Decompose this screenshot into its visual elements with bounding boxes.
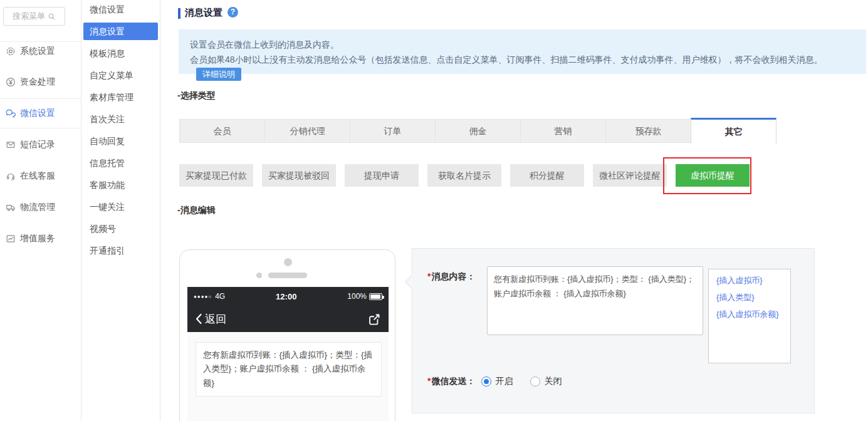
type-tabbar: 会员 分销代理 订单 佣金 营销 预存款 其它 [179,119,776,144]
gear-icon [6,46,16,56]
tab-order[interactable]: 订单 [350,119,436,143]
radio-off[interactable]: 关闭 [530,376,562,387]
subtype-virtual-currency-reminder[interactable]: 虚拟币提醒 [676,164,750,187]
sidebar-item-online-service[interactable]: 在线客服 [0,169,81,183]
subtype-button-row: 买家提现已付款 买家提现被驳回 提现申请 获取名片提示 积分提醒 微社区评论提醒… [179,164,750,187]
wechat-send-row: *微信发送： 开启 关闭 [427,376,562,387]
submenu-item-video-account[interactable]: 视频号 [83,220,158,237]
phone-sensor-dot [256,273,262,278]
submenu-item-message-settings[interactable]: 消息设置 [83,23,158,40]
sidebar-divider [0,41,81,42]
truck-icon [6,202,16,212]
tab-other[interactable]: 其它 [691,118,776,144]
tab-member[interactable]: 会员 [179,119,265,143]
submenu-item-custom-menu[interactable]: 自定义菜单 [83,66,158,84]
content-label: *消息内容： [427,271,475,283]
insert-virtual-currency-balance-link[interactable]: {插入虚拟币余额} [716,309,783,320]
tab-distribution-agent[interactable]: 分销代理 [264,119,350,143]
sidebar-item-label: 短信记录 [20,139,55,150]
notice-line1: 设置会员在微信上收到的消息及内容。 [190,37,855,52]
phone-header: ●●●●○ 4G 12:00 100% 返回 [187,287,389,332]
submenu-item-wechat-settings[interactable]: 微信设置 [83,1,158,18]
submenu-item-material-library[interactable]: 素材库管理 [83,88,158,106]
sidebar-item-value-added[interactable]: 增值服务 [0,232,81,246]
radio-on-label: 开启 [495,376,513,387]
subtype-buyer-withdraw-rejected[interactable]: 买家提现被驳回 [262,164,336,187]
sidebar-item-label: 系统设置 [20,46,55,57]
sidebar-divider [0,128,81,128]
back-button[interactable]: 返回 [195,312,226,326]
battery-percent: 100% [347,292,367,301]
share-icon[interactable] [368,313,381,326]
subtype-points-reminder[interactable]: 积分提醒 [510,164,584,187]
sidebar-item-sms-records[interactable]: 短信记录 [0,138,81,152]
panel-pointer [405,275,419,289]
section-heading-message-edit: -消息编辑 [177,205,216,216]
notice-box: 设置会员在微信上收到的消息及内容。 会员如果48小时以上没有主动发消息给公众号（… [179,29,866,74]
sidebar-item-label: 物流管理 [20,202,55,213]
submenu-item-one-key-follow[interactable]: 一键关注 [83,198,158,216]
battery-icon [369,293,382,300]
submenu-item-auto-reply[interactable]: 自动回复 [83,132,158,150]
tab-commission[interactable]: 佣金 [435,119,521,143]
battery-group: 100% [347,292,382,301]
phone-camera-dot [284,258,292,266]
sidebar-item-label: 在线客服 [20,170,55,182]
wechat-submenu: 微信设置 消息设置 模板消息 自定义菜单 素材库管理 首次关注 自动回复 信息托… [81,0,160,421]
message-edit-panel: *消息内容： 您有新虚拟币到账：{插入虚拟币}；类型： {插入类型}；账户虚拟币… [412,248,815,413]
network-label: 4G [215,292,225,301]
page-title: 消息设置 [185,7,222,19]
tab-prestore[interactable]: 预存款 [605,119,691,143]
magnifier-icon [48,13,56,21]
sidebar-divider [0,98,81,99]
insert-virtual-currency-link[interactable]: {插入虚拟币} [716,275,783,286]
submenu-item-activation-guide[interactable]: 开通指引 [83,242,158,259]
search-input[interactable]: 搜索菜单 [3,7,65,26]
radio-off-control[interactable] [530,377,540,387]
title-accent-bar [178,8,180,19]
sidebar-item-funds[interactable]: 资金处理 [0,75,81,89]
phone-screen: 您有新虚拟币到账：{插入虚拟币}；类型：{插入类型}；账户虚拟币余额 ： {插入… [187,332,389,421]
submenu-item-template-message[interactable]: 模板消息 [83,44,158,62]
phone-preview: ●●●●○ 4G 12:00 100% 返回 您有新虚拟币到账：{插入虚拟币}；… [179,249,395,421]
sidebar-item-wechat-settings[interactable]: 微信设置 [0,107,81,120]
phone-status-bar: ●●●●○ 4G 12:00 100% [187,287,389,306]
signal-group: ●●●●○ 4G [194,292,225,301]
main-sidebar: 搜索菜单 系统设置 资金处理 微信设置 短信记录 在线客服 物流管理 增值服务 [0,0,81,421]
submenu-item-service-function[interactable]: 客服功能 [83,176,158,194]
tab-marketing[interactable]: 营销 [520,119,606,143]
back-label: 返回 [205,312,226,326]
submenu-item-first-follow[interactable]: 首次关注 [83,110,158,128]
submenu-item-info-hosting[interactable]: 信息托管 [83,154,158,172]
sidebar-item-label: 微信设置 [20,108,55,119]
subtype-buyer-withdraw-paid[interactable]: 买家提现已付款 [179,164,253,187]
headset-icon [6,171,16,181]
radio-on[interactable]: 开启 [481,376,513,387]
insert-type-link[interactable]: {插入类型} [716,292,783,303]
sidebar-item-label: 资金处理 [20,76,55,88]
subtype-community-comment-reminder[interactable]: 微社区评论提醒 [593,164,667,187]
status-time: 12:00 [276,292,296,301]
sidebar-item-system-settings[interactable]: 系统设置 [0,44,81,58]
search-placeholder: 搜索菜单 [13,11,45,22]
detail-explain-button[interactable]: 详细说明 [196,68,241,81]
sidebar-item-label: 增值服务 [20,233,55,244]
mail-icon [6,140,16,150]
insert-variable-box: {插入虚拟币} {插入类型} {插入虚拟币余额} [708,269,791,363]
message-content-textarea[interactable]: 您有新虚拟币到账：{插入虚拟币}；类型： {插入类型}；账户虚拟币余额 ： {插… [487,266,703,335]
wechat-icon [6,108,16,118]
back-chevron-icon [195,313,202,325]
subtype-withdraw-apply[interactable]: 提现申请 [345,164,419,187]
radio-off-label: 关闭 [544,376,562,387]
section-heading-select-type: -选择类型 [177,90,216,101]
phone-nav-bar: 返回 [187,306,389,332]
help-icon[interactable]: ? [227,7,238,18]
sidebar-item-logistics[interactable]: 物流管理 [0,200,81,214]
notice-line2-wrap: 会员如果48小时以上没有主动发消息给公众号（包括发送信息、点击自定义菜单、订阅事… [190,52,855,82]
radio-on-control[interactable] [481,377,491,387]
subtype-get-card-tip[interactable]: 获取名片提示 [427,164,501,187]
notice-line2: 会员如果48小时以上没有主动发消息给公众号（包括发送信息、点击自定义菜单、订阅事… [190,55,823,65]
required-mark: * [427,271,431,281]
send-label: *微信发送： [427,376,475,387]
phone-speaker-bar [268,273,307,278]
